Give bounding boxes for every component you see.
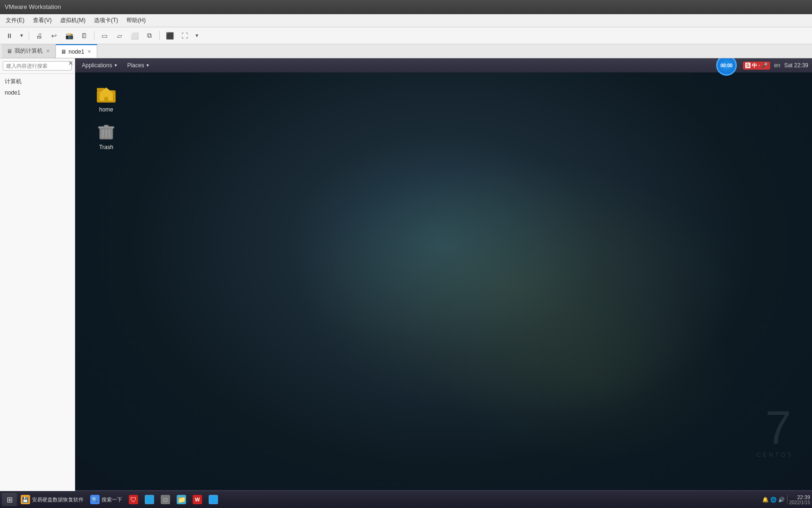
- menu-view[interactable]: 查看(V): [29, 16, 55, 25]
- revert-button[interactable]: ↩: [47, 30, 61, 42]
- sidebar-search-input[interactable]: [3, 61, 72, 71]
- centos-7-number: 7: [757, 404, 793, 451]
- vm-applications-label: Applications: [82, 62, 112, 69]
- taskbar-app-red[interactable]: 🛡: [126, 493, 141, 506]
- fullscreen-dropdown[interactable]: ▼: [193, 30, 201, 42]
- search-label: 搜索一下: [102, 496, 122, 503]
- browser2-icon: 🌐: [209, 495, 218, 504]
- centos-label: CENTOS: [757, 451, 793, 458]
- snapshot2-button[interactable]: 🗓: [78, 30, 91, 42]
- tab-node1-label: node1: [69, 48, 84, 55]
- disk-recovery-label: 安易硬盘数据恢复软件: [32, 496, 84, 503]
- svg-line-8: [109, 130, 109, 137]
- vm-applications-menu[interactable]: Applications ▼: [79, 61, 121, 70]
- sidebar-close-button[interactable]: ✕: [67, 58, 75, 68]
- files-icon: 📁: [177, 495, 186, 504]
- snapshot-button[interactable]: 📸: [62, 30, 76, 42]
- vm-time: Sat 22:39: [784, 62, 808, 69]
- vmware-menubar: 文件(E) 查看(V) 虚拟机(M) 选项卡(T) 帮助(H): [0, 14, 812, 27]
- toolbar-sep-2: [94, 31, 94, 40]
- vm-places-label: Places: [127, 62, 144, 69]
- sidebar-item-node1[interactable]: node1: [0, 87, 75, 98]
- taskbar-wps[interactable]: W: [190, 493, 205, 506]
- fullscreen-button[interactable]: ⛶: [178, 30, 191, 42]
- host-clock[interactable]: 22:39 2022/1/15: [789, 494, 811, 505]
- pause-dropdown[interactable]: ▼: [18, 30, 25, 42]
- sidebar-search-area: [0, 58, 75, 74]
- taskbar-disk-recovery[interactable]: 💾 安易硬盘数据恢复软件: [18, 493, 86, 506]
- taskbar-vmware[interactable]: □: [158, 493, 173, 506]
- vm-systray: S 中 · 🎤 en Sat 22:39: [743, 62, 808, 70]
- view3-button[interactable]: ⬜: [128, 30, 141, 42]
- host-start-area[interactable]: ⊞: [2, 493, 17, 506]
- vm-desktop[interactable]: Applications ▼ Places ▼ 00:00 S 中 · 🎤: [75, 58, 812, 491]
- tab-my-computer-close[interactable]: ✕: [45, 48, 51, 54]
- svg-line-6: [103, 130, 103, 137]
- trash-icon: [96, 121, 117, 142]
- im-indicator[interactable]: S 中 · 🎤: [743, 62, 770, 70]
- tab-my-computer[interactable]: 🖥 我的计算机 ✕: [2, 44, 56, 58]
- taskbar-browser[interactable]: 🌐: [142, 493, 157, 506]
- vmware-toolbar: ⏸ ▼ 🖨 ↩ 📸 🗓 ▭ ▱ ⬜ ⧉ ⬛ ⛶ ▼: [0, 27, 812, 44]
- vmware-title: VMware Workstation: [5, 3, 61, 10]
- home-folder-icon: [96, 84, 117, 104]
- host-time: 22:39: [797, 494, 810, 500]
- host-taskbar: ⊞ 💾 安易硬盘数据恢复软件 🔍 搜索一下 🛡 🌐 □ 📁 W 🌐 🔔 🌐 🔊 …: [0, 491, 812, 508]
- im-mic: 🎤: [761, 63, 768, 69]
- vmware-icon: □: [161, 495, 170, 504]
- vm-topbar: Applications ▼ Places ▼ 00:00 S 中 · 🎤: [75, 58, 812, 72]
- desktop-icon-home[interactable]: home: [89, 82, 123, 115]
- vmware-titlebar: VMware Workstation: [0, 0, 812, 14]
- centos-watermark: 7 CENTOS: [757, 404, 793, 458]
- svg-rect-5: [104, 125, 109, 127]
- vmware-tabbar: 🖥 我的计算机 ✕ 🖥 node1 ✕: [0, 44, 812, 58]
- im-lang: 中: [752, 62, 757, 69]
- toolbar-sep-3: [159, 31, 160, 40]
- taskbar-search[interactable]: 🔍 搜索一下: [87, 493, 125, 506]
- desktop-icon-trash[interactable]: Trash: [89, 119, 123, 152]
- print-button[interactable]: 🖨: [32, 30, 46, 42]
- host-systray-icons: 🔔 🌐 🔊: [762, 497, 785, 503]
- vm-applications-arrow: ▼: [114, 63, 118, 68]
- view1-button[interactable]: ▭: [98, 30, 111, 42]
- view2-button[interactable]: ▱: [113, 30, 126, 42]
- vm-places-menu[interactable]: Places ▼: [125, 61, 153, 70]
- menu-tabs[interactable]: 选项卡(T): [90, 16, 122, 25]
- im-logo: S: [745, 63, 750, 68]
- trash-icon-label: Trash: [99, 144, 113, 151]
- im-dot: ·: [758, 63, 760, 68]
- host-date: 2022/1/15: [789, 500, 811, 505]
- sidebar: 计算机 node1 ✕: [0, 58, 75, 491]
- sidebar-item-computer[interactable]: 计算机: [0, 76, 75, 87]
- search-icon: 🔍: [90, 495, 100, 504]
- host-systray: 🔔 🌐 🔊 22:39 2022/1/15: [762, 494, 810, 505]
- windows-icon: ⊞: [5, 495, 14, 504]
- sidebar-list: 计算机 node1: [0, 74, 75, 100]
- console-button[interactable]: ⬛: [163, 30, 176, 42]
- systray-sep: [787, 495, 788, 504]
- vm-background: home Trash 7: [75, 72, 812, 491]
- tab-node1-icon: 🖥: [61, 48, 66, 55]
- app-red-icon: 🛡: [129, 495, 138, 504]
- taskbar-files[interactable]: 📁: [174, 493, 189, 506]
- tab-node1-close[interactable]: ✕: [86, 49, 92, 54]
- tab-node1[interactable]: 🖥 node1 ✕: [56, 44, 97, 58]
- vm-lang-indicator[interactable]: en: [772, 62, 782, 69]
- tab-my-computer-label: 我的计算机: [15, 47, 43, 55]
- menu-vm[interactable]: 虚拟机(M): [56, 16, 89, 25]
- browser-icon: 🌐: [145, 495, 154, 504]
- toolbar-sep-1: [29, 31, 29, 40]
- home-icon-label: home: [99, 106, 113, 113]
- taskbar-browser2[interactable]: 🌐: [206, 493, 221, 506]
- menu-help[interactable]: 帮助(H): [123, 16, 149, 25]
- pause-button[interactable]: ⏸: [3, 30, 16, 42]
- menu-file[interactable]: 文件(E): [2, 16, 28, 25]
- disk-recovery-icon: 💾: [21, 495, 30, 504]
- vm-places-arrow: ▼: [146, 63, 150, 68]
- view4-button[interactable]: ⧉: [143, 30, 156, 42]
- wps-icon: W: [193, 495, 202, 504]
- vm-clock-display: 00:00: [720, 63, 733, 68]
- tab-my-computer-icon: 🖥: [7, 48, 12, 55]
